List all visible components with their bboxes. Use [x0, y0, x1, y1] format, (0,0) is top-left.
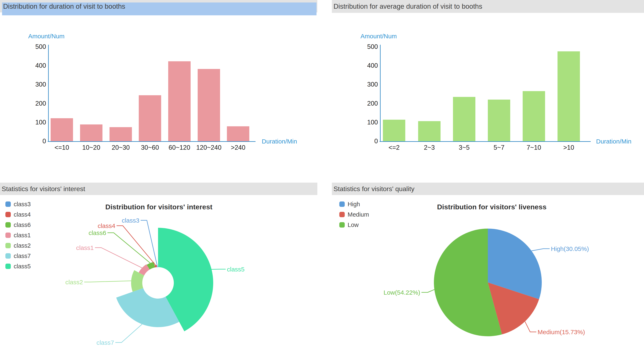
legend-label: class3: [14, 201, 31, 207]
legend-label: Medium: [348, 211, 369, 218]
legend-chip-class3: [6, 201, 11, 207]
legend-item-High[interactable]: High: [339, 201, 360, 207]
legend-label: High: [348, 201, 360, 207]
legend-item-class4[interactable]: class4: [6, 211, 31, 218]
legend-label: class2: [14, 242, 31, 249]
legend-item-class1[interactable]: class1: [6, 232, 31, 238]
legend-item-Low[interactable]: Low: [339, 221, 358, 228]
legend-item-class5[interactable]: class5: [6, 263, 31, 270]
legend-item-class6[interactable]: class6: [6, 221, 31, 228]
panel-titlebar-duration: Distribution for duration of visit to bo…: [0, 0, 317, 12]
legend-chip-class7: [6, 253, 11, 259]
dashboard: Distribution for duration of visit to bo…: [0, 0, 644, 352]
legend-item-class7[interactable]: class7: [6, 253, 31, 259]
legend-chip-class4: [6, 212, 11, 217]
legend-chip-High: [339, 201, 345, 207]
panel-titlebar-interest: Statistics for visitors' interest: [0, 183, 317, 195]
legend-chip-class6: [6, 222, 11, 228]
legend-label: class1: [14, 232, 31, 238]
legend-chip-class5: [6, 264, 11, 269]
legend-item-class3[interactable]: class3: [6, 201, 31, 207]
legend-chip-class1: [6, 232, 11, 238]
legend-item-class2[interactable]: class2: [6, 242, 31, 249]
panel-header-interest: Statistics for visitors' interest: [0, 183, 317, 195]
legends: class3class4class6class1class2class7clas…: [0, 0, 644, 352]
legend-chip-Medium: [339, 212, 345, 217]
panel-titlebar-quality: Statistics for visitors' quality: [332, 183, 644, 195]
legend-chip-class2: [6, 243, 11, 248]
legend-label: class4: [14, 211, 31, 218]
legend-label: class6: [14, 221, 31, 228]
legend-label: Low: [348, 221, 358, 228]
panel-titlebar-avg-duration: Distribution for average duration of vis…: [332, 0, 644, 13]
panel-header-quality: Statistics for visitors' quality: [332, 183, 644, 195]
legend-chip-Low: [339, 222, 345, 228]
legend-label: class5: [14, 263, 31, 270]
panel-header-avg-duration: Distribution for average duration of vis…: [332, 0, 644, 13]
legend-item-Medium[interactable]: Medium: [339, 211, 369, 218]
panel-header-duration: Distribution for duration of visit to bo…: [0, 0, 317, 13]
legend-label: class7: [14, 253, 31, 259]
